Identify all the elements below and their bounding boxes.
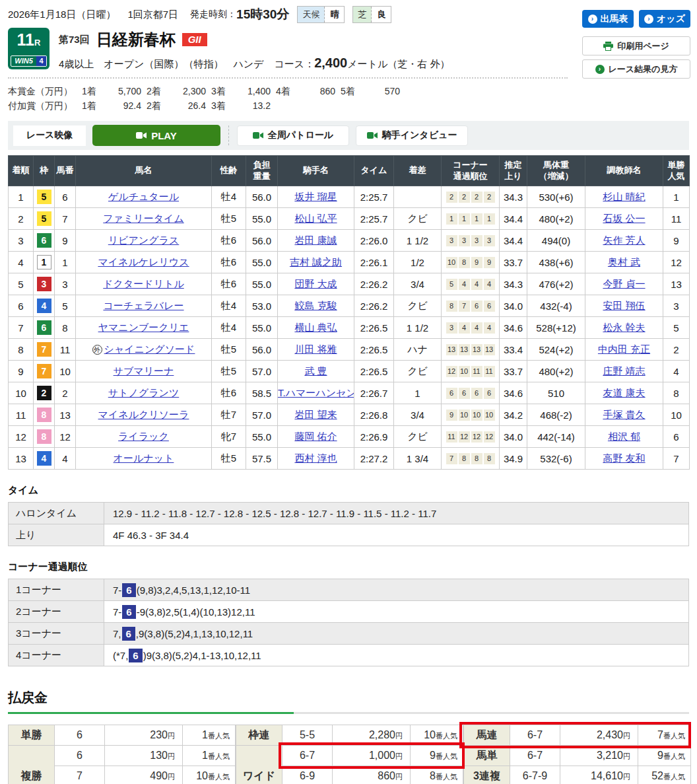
horse-name-link[interactable]: オールナット	[114, 452, 174, 464]
corner-position: 13	[484, 344, 495, 355]
trainer-link[interactable]: 今野 貞一	[603, 278, 645, 289]
horse-name-link[interactable]: サトノグランツ	[108, 387, 179, 398]
horse-weight: 532(-6)	[527, 448, 585, 470]
jockey-link[interactable]: 坂井 瑠星	[294, 191, 337, 202]
jockey-link[interactable]: 岩田 望来	[294, 409, 337, 420]
trainer-link[interactable]: 友道 康夫	[603, 387, 645, 398]
horse-name-link[interactable]: サブマリーナ	[114, 365, 174, 376]
result-guide-button[interactable]: › レース結果の見方	[582, 59, 690, 79]
col-sex-age: 性齢	[212, 156, 246, 186]
finish-time: 2:26.5	[354, 339, 394, 361]
horse-name-link[interactable]: リビアングラス	[108, 234, 179, 246]
frame-number: 8	[34, 404, 55, 426]
sex-age: 牡6	[212, 382, 246, 404]
course-suffix: メートル（芝・右 外）	[347, 58, 449, 69]
margin	[394, 186, 442, 208]
result-row: 11 8 13 マイネルクリソーラ 牡7 57.0 岩田 望来 2:26.8 3…	[9, 404, 690, 426]
trainer-link[interactable]: 相沢 郁	[608, 431, 640, 442]
corner-position: 8	[446, 301, 457, 312]
finish-position: 13	[9, 448, 34, 470]
trainer-link[interactable]: 石坂 公一	[603, 213, 645, 224]
fukusho-amount: 130円	[105, 746, 183, 766]
jockey-link[interactable]: 鮫島 克駿	[294, 300, 337, 311]
corner-position: 6	[471, 301, 482, 312]
print-page-button[interactable]: 印刷用ページ	[582, 36, 690, 55]
turf-label: 芝	[353, 7, 372, 22]
foreign-bred-mark: 外	[92, 345, 102, 355]
jockey-link[interactable]: 岩田 康誠	[294, 234, 337, 246]
horse-name-cell: コーチェラバレー	[76, 295, 212, 317]
horse-number: 6	[55, 186, 76, 208]
corner-position: 11	[446, 431, 457, 443]
jockey-link[interactable]: 川田 将雅	[294, 343, 337, 355]
horse-name-link[interactable]: コーチェラバレー	[103, 300, 183, 311]
horse-name-link[interactable]: ファミリータイム	[103, 213, 183, 224]
jockey-link[interactable]: 藤岡 佑介	[294, 431, 337, 442]
patrol-video-button[interactable]: 全周パトロール	[237, 125, 349, 146]
corner-row-value: 7-6(9,8)3,2,4,5,13,1,12,10-11	[104, 579, 689, 601]
finish-position: 12	[9, 426, 34, 448]
frame-number: 7	[34, 361, 55, 382]
result-row: 7 6 8 ヤマニンブークリエ 牡4 55.0 横山 典弘 2:26.5 1 1…	[9, 317, 690, 339]
weight-carried: 55.0	[246, 317, 278, 339]
jockey-link[interactable]: 武 豊	[304, 365, 327, 376]
horse-name-link[interactable]: マイネルケレリウス	[98, 256, 189, 267]
trainer-link[interactable]: 奥村 武	[608, 256, 640, 267]
trainer-link[interactable]: 中内田 充正	[598, 343, 650, 355]
col-finish-position: 着順	[9, 156, 34, 186]
corner-position: 10	[471, 410, 482, 421]
trainer-link[interactable]: 庄野 靖志	[603, 365, 645, 376]
last-3f-time: 33.7	[500, 252, 527, 273]
shutsuba-button[interactable]: › 出馬表	[582, 10, 634, 28]
horse-name-link[interactable]: ライラック	[118, 431, 169, 442]
win-popularity: 6	[663, 426, 690, 448]
odds-button[interactable]: › オッズ	[639, 10, 690, 28]
jockey-link[interactable]: 横山 典弘	[294, 322, 337, 333]
weight-carried: 55.0	[246, 252, 278, 273]
payout-table-middle: 枠連 5-5 2,280円 10番人気 ワイド 6-7 1,000円 9番人気 …	[236, 725, 463, 784]
trainer-link[interactable]: 杉山 晴紀	[603, 191, 645, 202]
margin: ハナ	[394, 339, 442, 361]
col-frame: 枠	[34, 156, 55, 186]
play-button[interactable]: PLAY	[92, 125, 220, 146]
horse-weight: 438(+6)	[527, 252, 585, 273]
corner-order-cell: 2222	[442, 186, 500, 208]
finish-position: 2	[9, 208, 34, 230]
sex-age: 牡4	[212, 317, 246, 339]
race-edition: 第73回	[59, 34, 90, 46]
horse-name-link[interactable]: ドクタードリトル	[103, 278, 183, 289]
trainer-link[interactable]: 高野 友和	[603, 452, 645, 464]
corner-order-cell: 3444	[442, 317, 500, 339]
jockey-interview-label: 騎手インタビュー	[382, 129, 457, 141]
col-win-popularity: 単勝 人気	[663, 156, 690, 186]
jockey-link[interactable]: T.ハマーハンセン	[278, 387, 354, 398]
trainer-link[interactable]: 松永 幹夫	[603, 322, 645, 333]
jockey-link[interactable]: 西村 淳也	[294, 452, 337, 464]
umaren-number: 6-7	[510, 725, 560, 746]
horse-name-link[interactable]: ヤマニンブークリエ	[98, 322, 189, 333]
frame-number: 4	[34, 448, 55, 470]
corner-position: 12	[484, 431, 495, 443]
margin: 1 3/4	[394, 448, 442, 470]
jockey-link[interactable]: 吉村 誠之助	[290, 256, 342, 267]
win-popularity: 12	[663, 252, 690, 273]
trainer-link[interactable]: 手塚 貴久	[603, 409, 645, 420]
col-horse-number: 馬番	[55, 156, 76, 186]
wide-popularity: 9番人気	[411, 746, 463, 766]
sanrenpuku-number: 6-7-9	[510, 766, 560, 784]
horse-number: 9	[55, 230, 76, 252]
horse-name-link[interactable]: マイネルクリソーラ	[98, 409, 189, 420]
trainer-link[interactable]: 安田 翔伍	[603, 300, 645, 311]
corner-order-cell: 9101010	[442, 404, 500, 426]
jockey-link[interactable]: 松山 弘平	[294, 213, 337, 224]
umatan-label: 馬単	[464, 746, 510, 766]
win-popularity: 8	[663, 382, 690, 404]
corner-position: 6	[484, 388, 495, 399]
horse-name-link[interactable]: ゲルチュタール	[108, 191, 179, 202]
jockey-link[interactable]: 団野 大成	[294, 278, 337, 289]
horse-name-link[interactable]: シャイニングソード	[104, 343, 195, 355]
corner-position: 1	[471, 213, 482, 225]
jockey-interview-button[interactable]: 騎手インタビュー	[356, 125, 468, 146]
trainer-link[interactable]: 矢作 芳人	[603, 234, 645, 246]
horse-number: 10	[55, 361, 76, 382]
